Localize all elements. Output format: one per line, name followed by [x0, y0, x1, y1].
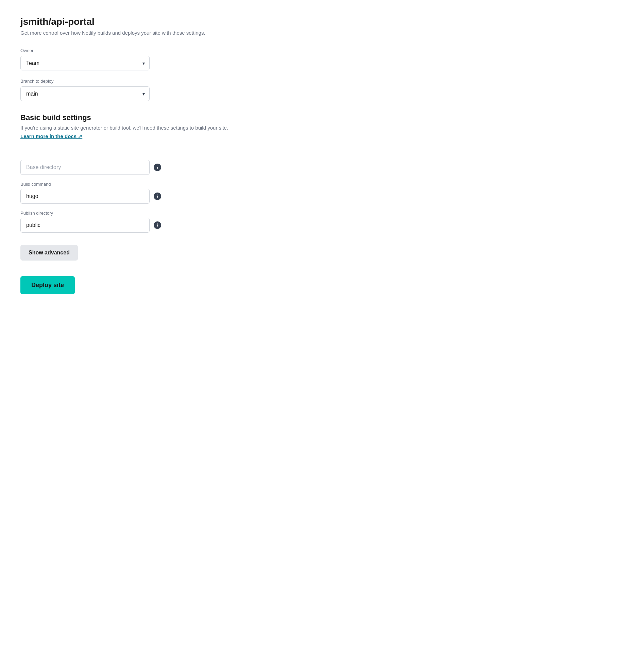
base-directory-info-icon[interactable]: i [154, 164, 161, 171]
base-directory-group: i [20, 160, 245, 175]
owner-field-group: Owner Team ▾ [20, 48, 245, 70]
publish-directory-wrapper [20, 218, 150, 233]
base-directory-row: i [20, 160, 245, 175]
branch-field-group: Branch to deploy main ▾ [20, 79, 245, 101]
publish-directory-info-icon[interactable]: i [154, 221, 161, 229]
publish-directory-row: i [20, 218, 245, 233]
build-settings-title: Basic build settings [20, 113, 245, 122]
buttons-section: Show advanced Deploy site [20, 245, 245, 294]
base-directory-input[interactable] [20, 160, 150, 175]
owner-select-wrapper: Team ▾ [20, 56, 150, 70]
build-command-input[interactable] [20, 189, 150, 204]
publish-directory-group: Publish directory i [20, 211, 245, 233]
build-command-group: Build command i [20, 182, 245, 204]
learn-more-link[interactable]: Learn more in the docs ↗ [20, 133, 82, 139]
deploy-site-button[interactable]: Deploy site [20, 276, 75, 294]
publish-directory-input[interactable] [20, 218, 150, 233]
show-advanced-button[interactable]: Show advanced [20, 245, 78, 261]
publish-directory-label: Publish directory [20, 211, 245, 216]
owner-select[interactable]: Team [20, 56, 150, 70]
build-settings-subtitle: If you're using a static site generator … [20, 125, 245, 131]
page-subtitle: Get more control over how Netlify builds… [20, 30, 245, 36]
build-command-label: Build command [20, 182, 245, 187]
build-settings-section: Basic build settings If you're using a s… [20, 113, 245, 150]
branch-label: Branch to deploy [20, 79, 245, 84]
base-directory-wrapper [20, 160, 150, 175]
build-command-info-icon[interactable]: i [154, 193, 161, 200]
branch-select-wrapper: main ▾ [20, 86, 150, 101]
owner-label: Owner [20, 48, 245, 53]
branch-select[interactable]: main [20, 86, 150, 101]
build-command-row: i [20, 189, 245, 204]
build-command-wrapper [20, 189, 150, 204]
page-title: jsmith/api-portal [20, 16, 245, 27]
